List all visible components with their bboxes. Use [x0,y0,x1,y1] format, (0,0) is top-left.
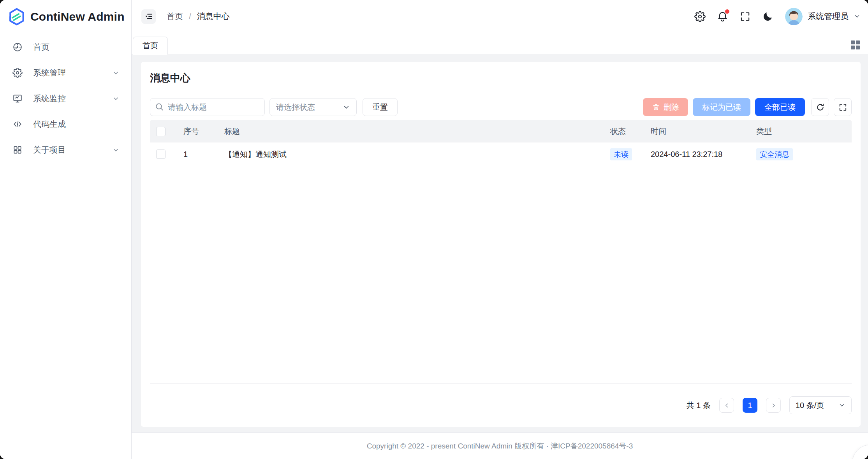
breadcrumb-current: 消息中心 [197,11,230,22]
main-area: 首页 / 消息中心 [132,0,868,459]
select-all-checkbox[interactable] [156,127,166,136]
notification-badge-dot [725,9,729,14]
dark-mode-button[interactable] [756,8,779,25]
sidebar-item-system-monitor[interactable]: 系统监控 [0,86,131,111]
chevron-down-icon [112,146,120,154]
tab-options-grid-icon[interactable] [851,40,860,49]
delete-button[interactable]: 删除 [643,98,688,116]
table-row: 1 【通知】通知测试 未读 2024-06-11 23:27:18 安全消息 [150,142,852,166]
sidebar-item-label: 代码生成 [33,119,120,130]
monitor-icon [12,93,23,104]
sidebar-item-code-generation[interactable]: 代码生成 [0,111,131,137]
col-time: 时间 [644,120,750,142]
search-icon [155,102,164,111]
trash-icon [652,103,660,111]
tab-home[interactable]: 首页 [133,37,168,55]
sidebar-item-label: 首页 [33,42,120,53]
page-footer: Copyright © 2022 - present ContiNew Admi… [132,433,868,459]
sidebar-item-label: 系统监控 [33,93,102,104]
status-select[interactable]: 请选择状态 [269,98,357,116]
username: 系统管理员 [808,11,849,22]
chevron-down-icon [838,402,845,409]
status-badge: 未读 [610,148,632,160]
menu-fold-icon [144,12,153,21]
avatar [785,8,803,25]
notifications-button[interactable] [711,8,734,25]
pagination-total: 共 1 条 [687,400,711,411]
toolbar: 请选择状态 重置 删除 标记为已读 全部已读 [150,98,852,116]
breadcrumb-home[interactable]: 首页 [167,11,183,22]
next-page-button[interactable] [766,398,781,413]
content-area: 消息中心 请选择状态 重置 删除 [132,55,868,433]
refresh-button[interactable] [811,98,829,116]
code-icon [12,119,23,129]
header-actions: 系统管理员 [688,8,861,25]
status-select-placeholder: 请选择状态 [276,102,343,113]
sidebar-item-system-management[interactable]: 系统管理 [0,60,131,86]
dashboard-icon [12,42,23,52]
cell-index: 1 [177,142,218,166]
top-header: 首页 / 消息中心 [132,0,868,33]
pagination: 共 1 条 1 10 条/页 [150,383,852,426]
chevron-right-icon [770,402,777,409]
user-menu[interactable]: 系统管理员 [785,8,861,25]
collapse-sidebar-button[interactable] [141,9,156,24]
cell-time: 2024-06-11 23:27:18 [644,142,750,166]
tab-bar: 首页 [132,33,868,55]
messages-table: 序号 标题 状态 时间 类型 1 【通知】通知测试 [150,120,852,383]
page-number-active[interactable]: 1 [743,398,757,413]
col-status: 状态 [604,120,644,142]
sidebar-item-label: 关于项目 [33,144,102,155]
page-size-select[interactable]: 10 条/页 [789,396,852,414]
mark-read-button[interactable]: 标记为已读 [693,98,750,116]
table-fullscreen-button[interactable] [834,98,852,116]
sidebar-item-home[interactable]: 首页 [0,34,131,60]
app-title: ContiNew Admin [30,10,125,23]
chevron-down-icon [112,69,120,77]
fullscreen-icon [838,103,847,112]
cell-title: 【通知】通知测试 [218,142,604,166]
sidebar: ContiNew Admin 首页 系统管理 系统监控 代码生成 [0,0,132,459]
gear-icon [694,11,706,22]
prev-page-button[interactable] [719,398,734,413]
brand-hexagon-icon [9,8,25,26]
message-center-card: 消息中心 请选择状态 重置 删除 [141,62,861,427]
breadcrumb: 首页 / 消息中心 [167,11,230,22]
copyright-text: Copyright © 2022 - present ContiNew Admi… [367,441,633,451]
row-checkbox[interactable] [156,149,166,159]
sidebar-item-label: 系统管理 [33,67,102,78]
sidebar-menu: 首页 系统管理 系统监控 代码生成 关于项目 [0,33,131,163]
app-window: ContiNew Admin 首页 系统管理 系统监控 代码生成 [0,0,868,459]
search-input[interactable] [150,98,265,116]
refresh-icon [816,103,825,112]
app-logo[interactable]: ContiNew Admin [0,0,131,33]
sidebar-item-about[interactable]: 关于项目 [0,137,131,163]
moon-icon [762,11,773,22]
table-header-row: 序号 标题 状态 时间 类型 [150,120,852,142]
chevron-down-icon [112,95,120,102]
grid-icon [12,145,23,155]
fullscreen-button[interactable] [734,8,756,25]
reset-button[interactable]: 重置 [363,98,398,116]
fullscreen-icon [739,11,751,22]
delete-button-label: 删除 [664,102,679,113]
chevron-left-icon [724,402,730,409]
page-size-value: 10 条/页 [796,400,838,411]
col-index: 序号 [177,120,218,142]
page-title: 消息中心 [150,62,852,85]
title-search [150,98,265,116]
all-read-button[interactable]: 全部已读 [755,98,805,116]
col-title: 标题 [218,120,604,142]
chevron-down-icon [854,13,861,20]
type-badge: 安全消息 [756,148,793,160]
breadcrumb-separator: / [189,12,191,21]
gear-icon [12,68,23,78]
settings-button[interactable] [688,8,711,25]
col-type: 类型 [750,120,852,142]
chevron-down-icon [343,104,350,111]
